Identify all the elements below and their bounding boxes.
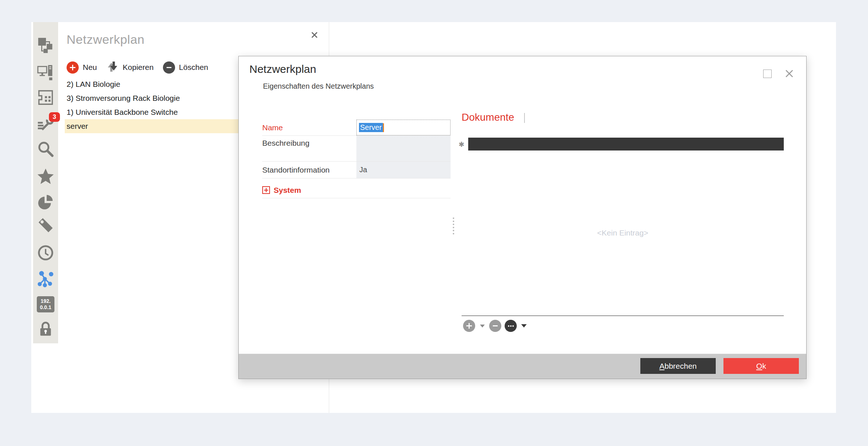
delete-button[interactable]: Löschen: [179, 63, 208, 72]
network-plan-icon[interactable]: [37, 36, 54, 54]
network-plan-list: 2) LAN Biologie 3) Stromversorung Rack B…: [65, 77, 243, 133]
panel-toolbar: Neu Kopieren Löschen: [67, 60, 213, 74]
topology-icon-active[interactable]: [37, 270, 54, 287]
workstation-icon[interactable]: [37, 64, 54, 81]
maximize-icon[interactable]: [763, 70, 772, 78]
documents-tab[interactable]: Dokumente: [462, 112, 514, 123]
history-clock-icon[interactable]: [37, 244, 54, 262]
description-input[interactable]: [356, 136, 451, 161]
more-actions-dropdown-icon[interactable]: [520, 320, 527, 332]
copy-icon[interactable]: [106, 60, 119, 74]
sidebar: 192. 0.0.1 3: [33, 22, 58, 343]
document-item-redacted[interactable]: [468, 138, 784, 151]
list-item[interactable]: 1) Universität Backbone Switche: [65, 105, 243, 119]
system-group-expander[interactable]: System: [262, 182, 451, 198]
cancel-button[interactable]: Abbrechen: [640, 358, 716, 374]
description-label: Beschreibung: [262, 136, 356, 161]
search-icon[interactable]: [37, 140, 54, 158]
delete-icon[interactable]: [163, 61, 175, 74]
documents-tab-divider: [524, 113, 525, 123]
location-value[interactable]: Ja: [356, 162, 451, 178]
dialog-footer: Abbrechen Ok: [239, 354, 806, 379]
floorplan-icon[interactable]: [37, 89, 54, 106]
expand-plus-icon[interactable]: [262, 186, 270, 194]
list-item-selected[interactable]: server: [65, 119, 243, 133]
required-asterisk-icon: ✱: [459, 140, 465, 149]
ok-button[interactable]: Ok: [723, 358, 799, 374]
documents-empty-text: <Kein Eintrag>: [462, 229, 784, 237]
panel-title: Netzwerkplan: [67, 32, 145, 47]
ip-address-icon[interactable]: 192. 0.0.1: [37, 295, 54, 313]
splitter-handle[interactable]: [453, 217, 454, 234]
pie-chart-icon[interactable]: [37, 193, 54, 210]
list-item[interactable]: 3) Stromversorung Rack Biologie: [65, 91, 243, 105]
property-row-description: Beschreibung: [262, 136, 451, 162]
copy-button[interactable]: Kopieren: [123, 63, 154, 72]
panel-close-icon[interactable]: [309, 29, 320, 40]
location-label: Standortinformation: [262, 162, 356, 178]
property-row-location: Standortinformation Ja: [262, 162, 451, 178]
tools-badge: 3: [49, 112, 60, 122]
favorites-star-icon[interactable]: [37, 168, 54, 185]
documents-separator: [462, 315, 784, 316]
add-document-icon[interactable]: [463, 320, 475, 332]
properties-dialog: Netzwerkplan Eigenschaften des Netzwerkp…: [238, 56, 807, 379]
documents-toolbar: [463, 320, 527, 332]
dialog-title: Netzwerkplan: [249, 63, 316, 75]
list-item[interactable]: 2) LAN Biologie: [65, 77, 243, 91]
dialog-subtitle: Eigenschaften des Netzwerkplans: [263, 82, 374, 91]
app-window: 192. 0.0.1 3 Netzwerkplan: [31, 22, 836, 413]
remove-document-icon[interactable]: [489, 320, 501, 332]
lock-icon[interactable]: [37, 320, 54, 337]
property-row-name: Name Server: [262, 120, 451, 136]
tag-icon[interactable]: [37, 216, 54, 234]
dialog-close-icon[interactable]: [783, 67, 796, 80]
new-icon[interactable]: [67, 61, 79, 74]
ip-line-2: 0.0.1: [37, 304, 54, 311]
name-value-selected: Server: [359, 123, 383, 132]
name-input[interactable]: Server: [356, 120, 451, 135]
screen: 192. 0.0.1 3 Netzwerkplan: [0, 0, 868, 446]
property-grid: Name Server Beschreibung Standortinforma…: [262, 120, 451, 178]
new-button[interactable]: Neu: [83, 63, 97, 72]
ip-line-1: 192.: [37, 298, 54, 305]
system-group-label: System: [274, 186, 301, 195]
add-document-dropdown-icon[interactable]: [479, 320, 486, 332]
more-actions-icon[interactable]: [505, 320, 517, 332]
text-caret: [383, 123, 384, 132]
name-label: Name: [262, 120, 356, 135]
